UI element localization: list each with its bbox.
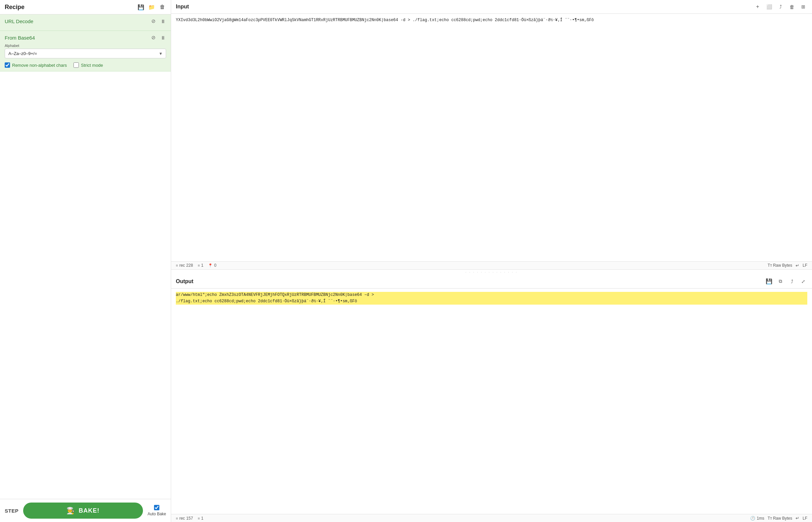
clock-icon: 🕐: [750, 516, 755, 521]
output-section: Output 💾 ⧉ ⤴ ⤢ ar/www/html";echo ZmxhZ3s…: [171, 275, 812, 522]
url-decode-pause-icon[interactable]: ⏸: [159, 18, 166, 24]
bake-emoji-icon: 👨‍🍳: [66, 506, 75, 515]
output-rec-count: ≡ rec 157: [176, 516, 193, 521]
output-line-2: ./flag.txt;echo cc6288cd;pwd;echo 2ddc1c…: [176, 298, 807, 305]
output-raw-bytes-icon: Tт: [768, 516, 772, 521]
output-lines-value: 1: [201, 516, 204, 521]
remove-non-alphabet-label: Remove non-alphabet chars: [12, 63, 67, 68]
output-line-1: ar/www/html";echo ZmxhZ3szOTA4NEVFRjJEMj…: [176, 292, 807, 298]
folder-icon[interactable]: 📁: [148, 3, 155, 11]
save-icon[interactable]: 💾: [137, 3, 145, 11]
output-raw-bytes-text: Raw Bytes: [773, 516, 792, 521]
output-status-left: ≡ rec 157 ≡ 1: [176, 516, 203, 521]
input-header: Input + ⬜ ⤴ 🗑 ⊞: [171, 0, 812, 14]
output-rec-label: rec: [179, 516, 185, 521]
step-label: STEP: [5, 508, 18, 514]
remove-non-alphabet-input[interactable]: [5, 62, 10, 68]
raw-bytes-label[interactable]: Tт Raw Bytes: [768, 263, 792, 268]
output-timing: 🕐 1ms: [750, 516, 764, 521]
output-lines-count: ≡ 1: [198, 516, 203, 521]
lf-label: LF: [803, 263, 807, 268]
output-content: ar/www/html";echo ZmxhZ3szOTA4NEVFRjJEMj…: [171, 288, 812, 514]
from-base64-disable-icon[interactable]: ⊘: [150, 34, 157, 41]
output-export-icon[interactable]: ⤴: [788, 277, 796, 285]
strict-mode-checkbox[interactable]: Strict mode: [74, 62, 103, 68]
output-raw-bytes[interactable]: Tт Raw Bytes: [768, 516, 792, 521]
rec-count: ≡ rec 228: [176, 263, 193, 268]
output-lines-icon: ≡: [198, 516, 200, 520]
recipe-header-icons: 💾 📁 🗑: [137, 3, 166, 11]
input-import-icon[interactable]: ⤴: [776, 3, 785, 11]
output-timing-value: 1ms: [757, 516, 764, 521]
url-decode-name: URL Decode: [5, 18, 33, 24]
divider-dots: · · · · · · · · · · · · · ·: [171, 270, 812, 275]
status-right: Tт Raw Bytes ↵ LF: [768, 263, 807, 268]
alphabet-label: Alphabet: [5, 44, 166, 48]
from-base64-controls: ⊘ ⏸: [150, 34, 166, 41]
output-lf-label: LF: [803, 516, 807, 521]
raw-bytes-text: Raw Bytes: [773, 263, 792, 268]
input-new-window-icon[interactable]: ⬜: [765, 3, 773, 11]
alphabet-section: Alphabet A–Za–z0–9+/= A–Za–z0–9-_ A–Za–z…: [5, 44, 166, 58]
output-bottom-bar: ≡ rec 157 ≡ 1 🕐 1ms Tт Raw Bytes ↵: [171, 514, 812, 522]
bottom-bar: STEP 👨‍🍳 BAKE! Auto Bake: [0, 499, 171, 522]
rec-icon: ≡: [176, 263, 178, 267]
output-status-right: 🕐 1ms Tт Raw Bytes ↵ LF: [750, 516, 807, 521]
output-rec-icon: ≡: [176, 516, 178, 520]
lf-arrow-icon: ↵: [796, 263, 799, 268]
output-header: Output 💾 ⧉ ⤴ ⤢: [171, 275, 812, 288]
alphabet-select-wrapper: A–Za–z0–9+/= A–Za–z0–9-_ A–Za–z0–9+/= (n…: [5, 49, 166, 58]
bake-button[interactable]: 👨‍🍳 BAKE!: [23, 503, 143, 519]
input-delete-icon[interactable]: 🗑: [788, 3, 796, 11]
input-grid-icon[interactable]: ⊞: [799, 3, 807, 11]
bake-label: BAKE!: [79, 507, 99, 514]
from-base64-pause-icon[interactable]: ⏸: [159, 34, 166, 41]
strict-mode-input[interactable]: [74, 62, 79, 68]
right-panel: Input + ⬜ ⤴ 🗑 ⊞ YXIvd3d3L2h0bWwiO2VjaG8g…: [171, 0, 812, 522]
strict-mode-label: Strict mode: [81, 63, 103, 68]
from-base64-block: From Base64 ⊘ ⏸ Alphabet A–Za–z0–9+/= A–…: [0, 31, 171, 72]
output-header-icons: 💾 ⧉ ⤴ ⤢: [765, 277, 807, 285]
remove-non-alphabet-checkbox[interactable]: Remove non-alphabet chars: [5, 62, 67, 68]
status-left: ≡ rec 228 ≡ 1 📍 0: [176, 263, 216, 268]
lines-count: ≡ 1: [198, 263, 203, 268]
output-expand-icon[interactable]: ⤢: [799, 277, 807, 285]
input-area: YXIvd3d3L2h0bWwiO2VjaG8gWm14aFozc3pPVEE0…: [171, 14, 812, 261]
rec-label: rec: [179, 263, 185, 268]
input-status-bar: ≡ rec 228 ≡ 1 📍 0 Tт Raw Bytes ↵ LF: [171, 261, 812, 270]
output-lf-arrow-icon: ↵: [796, 516, 799, 521]
output-copy-icon[interactable]: ⧉: [776, 277, 785, 285]
from-base64-name: From Base64: [5, 35, 35, 41]
input-add-icon[interactable]: +: [754, 3, 762, 11]
url-decode-header: URL Decode ⊘ ⏸: [5, 18, 166, 24]
alphabet-select[interactable]: A–Za–z0–9+/= A–Za–z0–9-_ A–Za–z0–9+/= (n…: [5, 49, 166, 58]
input-textarea[interactable]: YXIvd3d3L2h0bWwiO2VjaG8gWm14aFozc3pPVEE0…: [171, 14, 812, 261]
url-decode-block: URL Decode ⊘ ⏸: [0, 15, 171, 31]
recipe-content: URL Decode ⊘ ⏸ From Base64 ⊘ ⏸ Alphabet: [0, 15, 171, 499]
checkboxes-row: Remove non-alphabet chars Strict mode: [5, 62, 166, 68]
from-base64-header: From Base64 ⊘ ⏸: [5, 34, 166, 41]
output-title: Output: [176, 278, 193, 284]
points-icon: 📍: [208, 263, 213, 268]
points-value: 0: [214, 263, 216, 268]
input-title: Input: [176, 4, 189, 10]
lines-value: 1: [201, 263, 204, 268]
recipe-header: Recipe 💾 📁 🗑: [0, 0, 171, 15]
points-count: 📍 0: [208, 263, 216, 268]
url-decode-controls: ⊘ ⏸: [150, 18, 166, 24]
raw-bytes-icon: Tт: [768, 263, 772, 268]
recipe-title: Recipe: [5, 4, 24, 11]
auto-bake-section: Auto Bake: [147, 505, 166, 516]
rec-value: 228: [186, 263, 193, 268]
output-save-icon[interactable]: 💾: [765, 277, 773, 285]
left-panel: Recipe 💾 📁 🗑 URL Decode ⊘ ⏸ From Base64: [0, 0, 171, 522]
input-header-icons: + ⬜ ⤴ 🗑 ⊞: [754, 3, 807, 11]
output-rec-value: 157: [186, 516, 193, 521]
auto-bake-label: Auto Bake: [147, 511, 166, 516]
auto-bake-checkbox[interactable]: [154, 505, 159, 510]
trash-icon[interactable]: 🗑: [159, 3, 166, 11]
url-decode-disable-icon[interactable]: ⊘: [150, 18, 157, 24]
lines-icon: ≡: [198, 263, 200, 267]
